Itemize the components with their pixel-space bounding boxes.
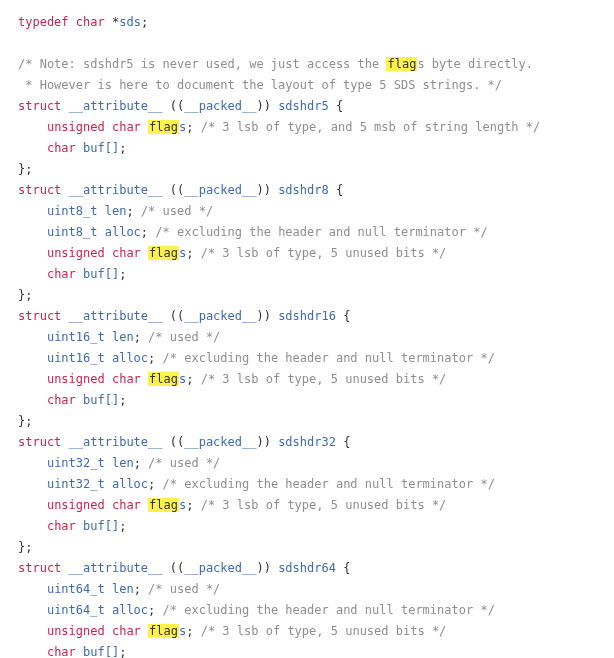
type-uint: uint16_t	[47, 330, 105, 344]
field-buf: buf[]	[83, 393, 119, 407]
kw-char: char	[47, 141, 76, 155]
field-len: len	[112, 456, 134, 470]
kw-struct: struct	[18, 99, 61, 113]
attr: __attribute__	[69, 435, 163, 449]
comment-used: /* used */	[148, 456, 220, 470]
highlight-flag: flag	[148, 624, 179, 638]
type-uint: uint32_t	[47, 477, 105, 491]
brace-close: };	[18, 540, 32, 554]
attr: __attribute__	[69, 309, 163, 323]
comment-flags5: /* 3 lsb of type, and 5 msb of string le…	[201, 120, 541, 134]
type-uint: uint8_t	[47, 204, 98, 218]
kw-unsigned: unsigned	[47, 624, 105, 638]
type-uint: uint64_t	[47, 603, 105, 617]
highlight-flag: flag	[148, 372, 179, 386]
field-alloc: alloc	[112, 351, 148, 365]
struct-name: sdshdr64	[278, 561, 336, 575]
comment-flags: /* 3 lsb of type, 5 unused bits */	[201, 246, 447, 260]
comment-flags: /* 3 lsb of type, 5 unused bits */	[201, 498, 447, 512]
highlight-flag: flag	[386, 57, 417, 71]
comment-alloc: /* excluding the header and null termina…	[163, 351, 495, 365]
field-buf: buf[]	[83, 645, 119, 658]
field-buf: buf[]	[83, 141, 119, 155]
field-len: len	[112, 330, 134, 344]
field-flags: flags	[148, 498, 186, 512]
type-uint: uint32_t	[47, 456, 105, 470]
type-uint: uint64_t	[47, 582, 105, 596]
struct-name: sdshdr16	[278, 309, 336, 323]
attr: __attribute__	[69, 99, 163, 113]
kw-unsigned: unsigned	[47, 246, 105, 260]
field-flags: flags	[148, 624, 186, 638]
comment-alloc: /* excluding the header and null termina…	[155, 225, 487, 239]
struct-name: sdshdr32	[278, 435, 336, 449]
kw-char: char	[76, 15, 105, 29]
packed: __packed__	[184, 183, 256, 197]
kw-struct: struct	[18, 309, 61, 323]
field-alloc: alloc	[112, 477, 148, 491]
struct-name: sdshdr5	[278, 99, 329, 113]
packed: __packed__	[184, 99, 256, 113]
comment-used: /* used */	[148, 330, 220, 344]
packed: __packed__	[184, 435, 256, 449]
kw-char: char	[112, 246, 141, 260]
comment-note-2: * However is here to document the layout…	[18, 78, 502, 92]
kw-char: char	[47, 393, 76, 407]
brace-close: };	[18, 162, 32, 176]
packed: __packed__	[184, 561, 256, 575]
comment-flags: /* 3 lsb of type, 5 unused bits */	[201, 624, 447, 638]
kw-typedef: typedef	[18, 15, 69, 29]
comment-note-1: /* Note: sdshdr5 is never used, we just …	[18, 57, 533, 71]
type-uint: uint8_t	[47, 225, 98, 239]
attr: __attribute__	[69, 183, 163, 197]
kw-char: char	[112, 120, 141, 134]
field-flags: flags	[148, 246, 186, 260]
field-alloc: alloc	[112, 603, 148, 617]
field-buf: buf[]	[83, 267, 119, 281]
comment-used: /* used */	[148, 582, 220, 596]
kw-unsigned: unsigned	[47, 120, 105, 134]
comment-flags: /* 3 lsb of type, 5 unused bits */	[201, 372, 447, 386]
kw-unsigned: unsigned	[47, 372, 105, 386]
highlight-flag: flag	[148, 120, 179, 134]
struct-name: sdshdr8	[278, 183, 329, 197]
kw-struct: struct	[18, 435, 61, 449]
kw-char: char	[112, 498, 141, 512]
comment-alloc: /* excluding the header and null termina…	[163, 603, 495, 617]
attr: __attribute__	[69, 561, 163, 575]
type-sds: sds	[119, 15, 141, 29]
code-block: typedef char *sds; /* Note: sdshdr5 is n…	[18, 12, 596, 658]
kw-char: char	[47, 267, 76, 281]
kw-char: char	[47, 645, 76, 658]
brace-close: };	[18, 288, 32, 302]
comment-alloc: /* excluding the header and null termina…	[163, 477, 495, 491]
field-len: len	[112, 582, 134, 596]
highlight-flag: flag	[148, 498, 179, 512]
field-flags: flags	[148, 120, 186, 134]
highlight-flag: flag	[148, 246, 179, 260]
semi: ;	[141, 15, 148, 29]
packed: __packed__	[184, 309, 256, 323]
field-flags: flags	[148, 372, 186, 386]
field-len: len	[105, 204, 127, 218]
field-alloc: alloc	[105, 225, 141, 239]
comment-used: /* used */	[141, 204, 213, 218]
field-buf: buf[]	[83, 519, 119, 533]
kw-struct: struct	[18, 183, 61, 197]
kw-char: char	[112, 372, 141, 386]
kw-char: char	[47, 519, 76, 533]
kw-char: char	[112, 624, 141, 638]
kw-unsigned: unsigned	[47, 498, 105, 512]
type-uint: uint16_t	[47, 351, 105, 365]
kw-struct: struct	[18, 561, 61, 575]
brace-close: };	[18, 414, 32, 428]
